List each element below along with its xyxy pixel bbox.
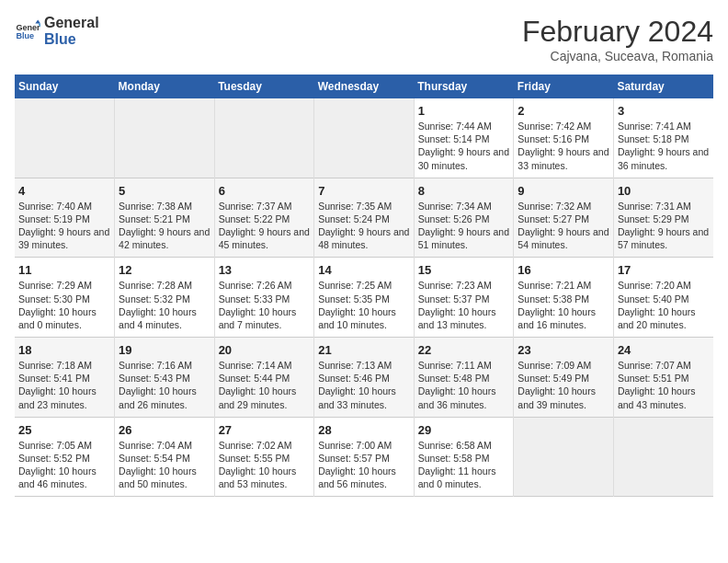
day-number: 20 — [219, 343, 311, 357]
day-cell: 22Sunrise: 7:11 AM Sunset: 5:48 PM Dayli… — [414, 338, 514, 418]
day-number: 6 — [219, 184, 311, 198]
logo-general: General — [44, 15, 99, 31]
day-cell: 2Sunrise: 7:42 AM Sunset: 5:16 PM Daylig… — [514, 98, 614, 178]
day-info: Sunrise: 7:04 AM Sunset: 5:54 PM Dayligh… — [119, 439, 210, 491]
week-row-4: 18Sunrise: 7:18 AM Sunset: 5:41 PM Dayli… — [15, 338, 713, 418]
day-info: Sunrise: 7:11 AM Sunset: 5:48 PM Dayligh… — [418, 359, 510, 411]
day-number: 19 — [119, 343, 210, 357]
col-header-tuesday: Tuesday — [214, 75, 314, 98]
day-number: 21 — [318, 343, 410, 357]
day-number: 25 — [18, 423, 110, 437]
day-cell: 8Sunrise: 7:34 AM Sunset: 5:26 PM Daylig… — [414, 178, 514, 258]
day-info: Sunrise: 7:40 AM Sunset: 5:19 PM Dayligh… — [18, 200, 110, 252]
day-cell: 20Sunrise: 7:14 AM Sunset: 5:44 PM Dayli… — [214, 338, 314, 418]
day-info: Sunrise: 7:23 AM Sunset: 5:37 PM Dayligh… — [418, 279, 510, 331]
day-number: 27 — [219, 423, 311, 437]
day-cell: 27Sunrise: 7:02 AM Sunset: 5:55 PM Dayli… — [214, 417, 314, 497]
col-header-friday: Friday — [514, 75, 614, 98]
calendar-header-row: SundayMondayTuesdayWednesdayThursdayFrid… — [15, 75, 713, 98]
day-number: 3 — [618, 104, 710, 118]
day-number: 9 — [518, 184, 609, 198]
col-header-monday: Monday — [115, 75, 215, 98]
day-info: Sunrise: 7:35 AM Sunset: 5:24 PM Dayligh… — [318, 200, 410, 252]
calendar-body: 1Sunrise: 7:44 AM Sunset: 5:14 PM Daylig… — [15, 98, 713, 497]
day-info: Sunrise: 7:37 AM Sunset: 5:22 PM Dayligh… — [219, 200, 311, 252]
day-number: 8 — [418, 184, 510, 198]
day-cell: 18Sunrise: 7:18 AM Sunset: 5:41 PM Dayli… — [15, 338, 115, 418]
col-header-wednesday: Wednesday — [314, 75, 415, 98]
col-header-sunday: Sunday — [15, 75, 115, 98]
day-cell: 28Sunrise: 7:00 AM Sunset: 5:57 PM Dayli… — [314, 417, 415, 497]
day-number: 17 — [618, 263, 710, 277]
day-cell — [214, 98, 314, 178]
day-number: 29 — [418, 423, 510, 437]
day-number: 13 — [219, 263, 311, 277]
day-number: 4 — [18, 184, 110, 198]
day-cell — [514, 417, 614, 497]
day-cell: 4Sunrise: 7:40 AM Sunset: 5:19 PM Daylig… — [15, 178, 115, 258]
week-row-5: 25Sunrise: 7:05 AM Sunset: 5:52 PM Dayli… — [15, 417, 713, 497]
day-number: 24 — [618, 343, 710, 357]
day-info: Sunrise: 7:41 AM Sunset: 5:18 PM Dayligh… — [618, 120, 710, 172]
title-area: February 2024 Cajvana, Suceava, Romania — [522, 15, 713, 63]
day-number: 2 — [518, 104, 609, 118]
calendar-table: SundayMondayTuesdayWednesdayThursdayFrid… — [15, 75, 713, 497]
day-number: 16 — [518, 263, 609, 277]
calendar-title: February 2024 — [522, 15, 713, 49]
header: General Blue General Blue February 2024 … — [15, 15, 713, 63]
day-cell: 13Sunrise: 7:26 AM Sunset: 5:33 PM Dayli… — [214, 258, 314, 338]
day-number: 15 — [418, 263, 510, 277]
day-info: Sunrise: 7:28 AM Sunset: 5:32 PM Dayligh… — [119, 279, 210, 331]
day-cell: 7Sunrise: 7:35 AM Sunset: 5:24 PM Daylig… — [314, 178, 415, 258]
day-cell: 10Sunrise: 7:31 AM Sunset: 5:29 PM Dayli… — [613, 178, 713, 258]
day-cell — [115, 98, 215, 178]
day-number: 18 — [18, 343, 110, 357]
day-info: Sunrise: 7:21 AM Sunset: 5:38 PM Dayligh… — [518, 279, 609, 331]
day-cell — [613, 417, 713, 497]
day-number: 23 — [518, 343, 609, 357]
day-number: 12 — [119, 263, 210, 277]
day-number: 10 — [618, 184, 710, 198]
day-info: Sunrise: 7:38 AM Sunset: 5:21 PM Dayligh… — [119, 200, 210, 252]
day-info: Sunrise: 6:58 AM Sunset: 5:58 PM Dayligh… — [418, 439, 510, 491]
day-info: Sunrise: 7:42 AM Sunset: 5:16 PM Dayligh… — [518, 120, 609, 172]
day-cell — [15, 98, 115, 178]
day-cell: 3Sunrise: 7:41 AM Sunset: 5:18 PM Daylig… — [613, 98, 713, 178]
week-row-3: 11Sunrise: 7:29 AM Sunset: 5:30 PM Dayli… — [15, 258, 713, 338]
day-number: 26 — [119, 423, 210, 437]
day-info: Sunrise: 7:09 AM Sunset: 5:49 PM Dayligh… — [518, 359, 609, 411]
day-number: 1 — [418, 104, 510, 118]
svg-text:Blue: Blue — [16, 31, 34, 40]
day-info: Sunrise: 7:07 AM Sunset: 5:51 PM Dayligh… — [618, 359, 710, 411]
day-cell: 19Sunrise: 7:16 AM Sunset: 5:43 PM Dayli… — [115, 338, 215, 418]
col-header-saturday: Saturday — [613, 75, 713, 98]
day-number: 14 — [318, 263, 410, 277]
day-cell: 21Sunrise: 7:13 AM Sunset: 5:46 PM Dayli… — [314, 338, 415, 418]
day-cell: 9Sunrise: 7:32 AM Sunset: 5:27 PM Daylig… — [514, 178, 614, 258]
day-info: Sunrise: 7:13 AM Sunset: 5:46 PM Dayligh… — [318, 359, 410, 411]
day-cell: 17Sunrise: 7:20 AM Sunset: 5:40 PM Dayli… — [613, 258, 713, 338]
day-number: 22 — [418, 343, 510, 357]
logo-icon: General Blue — [15, 18, 40, 44]
day-cell — [314, 98, 415, 178]
day-info: Sunrise: 7:18 AM Sunset: 5:41 PM Dayligh… — [18, 359, 110, 411]
day-info: Sunrise: 7:02 AM Sunset: 5:55 PM Dayligh… — [219, 439, 311, 491]
day-cell: 24Sunrise: 7:07 AM Sunset: 5:51 PM Dayli… — [613, 338, 713, 418]
day-number: 28 — [318, 423, 410, 437]
day-cell: 23Sunrise: 7:09 AM Sunset: 5:49 PM Dayli… — [514, 338, 614, 418]
day-cell: 5Sunrise: 7:38 AM Sunset: 5:21 PM Daylig… — [115, 178, 215, 258]
day-info: Sunrise: 7:26 AM Sunset: 5:33 PM Dayligh… — [219, 279, 311, 331]
day-info: Sunrise: 7:25 AM Sunset: 5:35 PM Dayligh… — [318, 279, 410, 331]
day-cell: 16Sunrise: 7:21 AM Sunset: 5:38 PM Dayli… — [514, 258, 614, 338]
week-row-1: 1Sunrise: 7:44 AM Sunset: 5:14 PM Daylig… — [15, 98, 713, 178]
day-cell: 14Sunrise: 7:25 AM Sunset: 5:35 PM Dayli… — [314, 258, 415, 338]
day-cell: 12Sunrise: 7:28 AM Sunset: 5:32 PM Dayli… — [115, 258, 215, 338]
col-header-thursday: Thursday — [414, 75, 514, 98]
day-number: 5 — [119, 184, 210, 198]
day-info: Sunrise: 7:32 AM Sunset: 5:27 PM Dayligh… — [518, 200, 609, 252]
day-info: Sunrise: 7:16 AM Sunset: 5:43 PM Dayligh… — [119, 359, 210, 411]
day-cell: 1Sunrise: 7:44 AM Sunset: 5:14 PM Daylig… — [414, 98, 514, 178]
day-info: Sunrise: 7:00 AM Sunset: 5:57 PM Dayligh… — [318, 439, 410, 491]
day-info: Sunrise: 7:20 AM Sunset: 5:40 PM Dayligh… — [618, 279, 710, 331]
logo-blue: Blue — [44, 31, 99, 48]
